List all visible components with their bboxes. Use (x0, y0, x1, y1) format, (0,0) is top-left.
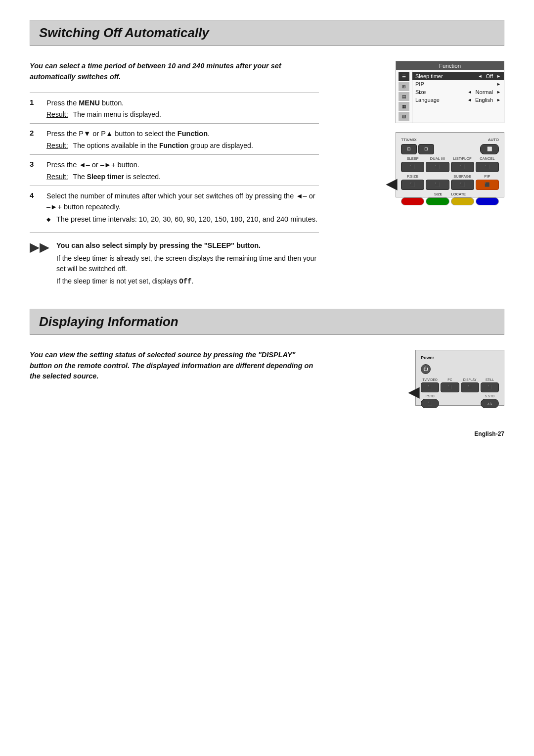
step-2-num: 2 (30, 129, 39, 137)
result-label-2: Result: (46, 142, 68, 149)
power-label: Power (421, 355, 434, 360)
nav-pointer-icon: ◀ (386, 176, 397, 191)
tvvideo-label: TV/VIDEO (421, 378, 439, 381)
step-3-num: 3 (30, 160, 39, 168)
menu-icon-1: ☰ (399, 72, 409, 81)
tip-title: You can also select simply by pressing t… (56, 240, 319, 251)
tvvideo-btn[interactable]: ⬛ (421, 382, 439, 392)
menu-icon-3: ▤ (399, 92, 409, 101)
tip-content: You can also select simply by pressing t… (56, 240, 319, 289)
sstd-label: S.STD (481, 394, 499, 398)
power-row: Power (421, 355, 499, 360)
result-label-1: Result: (46, 110, 68, 118)
size-label-btm: SIZE (434, 192, 443, 196)
step-4-content: Select the number of minutes after which… (46, 191, 319, 227)
section1-intro: You can select a time period of between … (30, 61, 319, 83)
tip-body1: If the sleep timer is already set, the s… (56, 253, 319, 274)
menu-row-language: Language ◄ English ► (412, 96, 504, 104)
menu-row-pip: PIP ► (412, 80, 504, 88)
list-btn[interactable]: ⬛ (451, 162, 474, 172)
tip-body2: If the sleep timer is not yet set, displ… (56, 276, 319, 287)
auto-label: AUTO (488, 138, 499, 142)
remote2-screenshot: Power ⏻ TV/VIDEO PC DISPLAY STILL ⬛ ⬛ ⬛ (415, 350, 504, 406)
display-label: DISPLAY (461, 378, 479, 381)
locate-label: LOCATE (451, 192, 466, 196)
section1-header: Switching Off Automatically (30, 20, 504, 46)
remote-screenshot: TTX/MIX AUTO ⊟ ⊡ ⬜ SLEEP DUAL I/II LIST/… (396, 132, 504, 197)
step-4-instruction: Select the number of minutes after which… (46, 191, 319, 213)
section2: Displaying Information You can view the … (30, 309, 504, 406)
pstd-btn[interactable]: ⬛ (421, 399, 439, 409)
step-2: 2 Press the P▼ or P▲ button to select th… (30, 124, 319, 155)
remote-btn-2[interactable]: ⊡ (418, 144, 434, 154)
step-1: 1 Press the MENU button. Result: The mai… (30, 93, 319, 124)
section2-title: Displaying Information (39, 314, 495, 330)
nav-pointer-icon2: ◀ (408, 384, 419, 400)
color-btn-red[interactable] (401, 197, 424, 205)
section1-title: Switching Off Automatically (39, 25, 495, 41)
menu-screenshot: Function ☰ ⊞ ▤ ▦ ▧ Sleep timer ◄ Off (396, 61, 504, 123)
empty-label2 (441, 394, 459, 398)
step-3-result: Result: The Sleep timer is selected. (46, 173, 319, 181)
step-3-instruction: Press the ◄– or –►+ button. (46, 160, 319, 171)
tip-arrow-icon: ▶▶ (30, 239, 49, 255)
ttxmix-label: TTX/MIX (401, 138, 417, 142)
step-3: 3 Press the ◄– or –►+ button. Result: Th… (30, 155, 319, 186)
color-btn-yellow[interactable] (451, 197, 474, 205)
pstd-label: P.STD (421, 394, 439, 398)
menu-icons: ☰ ⊞ ▤ ▦ ▧ (396, 70, 412, 123)
remote-auto-btn[interactable]: ⬜ (480, 144, 499, 154)
section1-left: You can select a time period of between … (30, 61, 319, 289)
color-btn-green[interactable] (426, 197, 449, 205)
section2-left: You can view the setting status of selec… (30, 350, 319, 406)
step-4-num: 4 (30, 191, 39, 199)
menu-header: Function (396, 61, 504, 70)
result-label-3: Result: (46, 173, 68, 181)
color-btn-blue[interactable] (476, 197, 499, 205)
step-4: 4 Select the number of minutes after whi… (30, 186, 319, 233)
section1: Switching Off Automatically You can sele… (30, 20, 504, 289)
sstd-btn[interactable]: ♪♫ (481, 399, 499, 409)
still-btn[interactable]: ⬛ (481, 382, 499, 392)
section2-right: Power ⏻ TV/VIDEO PC DISPLAY STILL ⬛ ⬛ ⬛ (339, 350, 504, 406)
step-2-instruction: Press the P▼ or P▲ button to select the … (46, 129, 319, 140)
section1-right: Function ☰ ⊞ ▤ ▦ ▧ Sleep timer ◄ Off (339, 61, 504, 289)
tip-section: ▶▶ You can also select simply by pressin… (30, 240, 319, 289)
remote-ttxmix-btn[interactable]: ⊟ (401, 144, 417, 154)
menu-icon-4: ▦ (399, 102, 409, 111)
step-1-num: 1 (30, 98, 39, 106)
step-4-bullet: The preset time intervals: 10, 20, 30, 6… (46, 214, 319, 225)
cancel-label: CANCEL (476, 156, 499, 161)
menu-rows: Sleep timer ◄ Off ► PIP ► Size ◄ (412, 70, 504, 123)
sleep-label: SLEEP (401, 156, 424, 161)
power-btn[interactable]: ⏻ (421, 364, 431, 374)
dual-btn[interactable]: ⬛ (426, 162, 449, 172)
step-1-content: Press the MENU button. Result: The main … (46, 98, 319, 119)
cancel-btn[interactable]: ⬛ (476, 162, 499, 172)
empty-label3 (461, 394, 479, 398)
menu-row-sleep: Sleep timer ◄ Off ► (412, 72, 504, 80)
step-1-result-text: The main menu is displayed. (73, 110, 161, 118)
menu-icon-2: ⊞ (399, 82, 409, 91)
step-3-content: Press the ◄– or –►+ button. Result: The … (46, 160, 319, 181)
sleep-btn[interactable]: ⬛ (401, 162, 424, 172)
menu-icon-5: ▧ (399, 112, 409, 121)
pc-btn[interactable]: ⬛ (441, 382, 459, 392)
menu-row-size: Size ◄ Normal ► (412, 88, 504, 96)
step-3-result-text: The Sleep timer is selected. (73, 173, 161, 181)
display-btn[interactable]: ⬛ (461, 382, 479, 392)
steps-list: 1 Press the MENU button. Result: The mai… (30, 93, 319, 233)
list-label: LIST/FLOF (451, 156, 474, 161)
pc-label: PC (441, 378, 459, 381)
footer-text: English-27 (474, 430, 504, 437)
section2-intro: You can view the setting status of selec… (30, 350, 319, 382)
section2-header: Displaying Information (30, 309, 504, 335)
step-2-result-text: The options available in the Function gr… (73, 142, 253, 149)
step-2-result: Result: The options available in the Fun… (46, 142, 319, 149)
step-2-content: Press the P▼ or P▲ button to select the … (46, 129, 319, 149)
still-label: STILL (481, 378, 499, 381)
step-1-instruction: Press the MENU button. (46, 98, 319, 109)
dual-label: DUAL I/II (426, 156, 449, 161)
page-footer: English-27 (30, 425, 504, 437)
step-1-result: Result: The main menu is displayed. (46, 110, 319, 118)
